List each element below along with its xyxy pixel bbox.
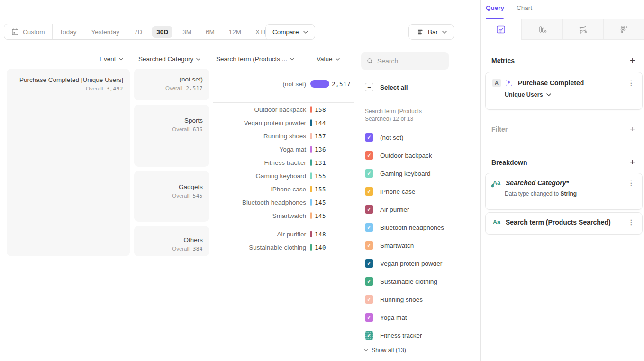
series-checkbox[interactable]: ✓ [365,259,373,268]
legend-item[interactable]: ✓Air purifier [365,200,444,218]
legend-item[interactable]: ✓(not set) [365,128,444,146]
kebab-menu-icon[interactable]: ⋮ [627,218,635,226]
chevron-down-icon [196,58,200,61]
tab-funnels[interactable] [521,19,562,40]
legend-item-label: Outdoor backpack [380,152,432,159]
breakdown-card-searched-category[interactable]: Aa✱ Searched Category* ⋮ Data type chang… [485,173,643,210]
term-row[interactable]: Air purifier148 [213,227,354,241]
series-checkbox[interactable]: ✓ [365,331,373,340]
column-header-search-term[interactable]: Search term (Products ... [216,55,294,63]
series-checkbox[interactable]: ✓ [365,241,373,250]
term-bar[interactable] [310,146,312,153]
term-row[interactable]: Vegan protein powder144 [213,116,354,129]
category-card-others[interactable]: Others Overall384 [134,226,209,256]
select-all-row[interactable]: − Select all [365,83,408,91]
term-group-sports: Outdoor backpack158 Vegan protein powder… [213,103,354,169]
term-bar[interactable] [310,199,312,206]
date-range-today[interactable]: Today [53,24,84,39]
chevron-down-icon [290,58,294,61]
term-value: 137 [315,133,326,140]
date-range-3m[interactable]: 3M [175,24,199,39]
series-checkbox[interactable]: ✓ [365,223,373,232]
tab-flows[interactable] [562,19,603,40]
event-card-overall: Overall3,492 [13,86,123,92]
term-bar[interactable] [310,212,312,219]
term-value: 158 [315,106,326,113]
add-metric-button[interactable]: + [630,56,635,65]
term-bar[interactable] [310,172,312,179]
legend-item[interactable]: ✓Sustainable clothing [365,272,444,290]
date-range-yesterday[interactable]: Yesterday [84,24,127,39]
legend-item[interactable]: ✓iPhone case [365,182,444,200]
metric-card[interactable]: A Purchase Completed ⋮ Unique Users [485,72,643,110]
series-checkbox[interactable]: ✓ [365,205,373,214]
term-row[interactable]: Fitness tracker131 [213,156,354,169]
date-range-segmented-control: Custom Today Yesterday 7D 30D 3M 6M 12M … [4,24,284,40]
term-bar[interactable] [310,231,312,237]
date-range-label: Today [60,28,77,36]
legend-item[interactable]: ✓Yoga mat [365,308,444,326]
date-range-7d[interactable]: 7D [127,24,149,39]
series-checkbox[interactable]: ✓ [365,187,373,196]
term-bar[interactable] [310,244,312,251]
select-all-checkbox[interactable]: − [365,83,373,91]
event-card[interactable]: Purchase Completed [Unique Users] Overal… [7,69,130,256]
tab-chart[interactable]: Chart [517,4,532,11]
series-checkbox[interactable]: ✓ [365,313,373,322]
term-bar[interactable] [310,106,312,113]
column-header-event[interactable]: Event [100,55,123,63]
compare-button[interactable]: Compare [265,24,315,40]
term-bar[interactable] [310,119,312,126]
legend-item[interactable]: ✓Outdoor backpack [365,146,444,164]
term-value: 131 [315,159,326,166]
term-row[interactable]: Smartwatch145 [213,209,354,222]
date-range-30d[interactable]: 30D [149,24,175,39]
chart-type-button[interactable]: Bar [408,24,454,40]
add-breakdown-button[interactable]: + [630,158,635,167]
legend-item[interactable]: ✓Fitness tracker [365,326,444,344]
date-range-6m[interactable]: 6M [199,24,222,39]
category-overall: Overall636 [134,126,203,133]
series-checkbox[interactable]: ✓ [365,151,373,160]
term-row[interactable]: Sustainable clothing140 [213,241,354,254]
date-range-custom[interactable]: Custom [4,24,52,39]
aggregation-selector[interactable]: Unique Users [505,91,635,98]
term-row[interactable]: Yoga mat136 [213,143,354,156]
legend-item[interactable]: ✓Gaming keyboard [365,164,444,182]
term-row[interactable]: Gaming keyboard155 [213,169,354,182]
series-checkbox[interactable]: ✓ [365,169,373,178]
kebab-menu-icon[interactable]: ⋮ [627,79,635,87]
tab-query[interactable]: Query [486,4,504,11]
category-card-sports[interactable]: Sports Overall636 [134,105,209,167]
date-range-12m[interactable]: 12M [222,24,248,39]
term-bar[interactable] [310,80,329,88]
series-checkbox[interactable]: ✓ [365,277,373,286]
legend-item[interactable]: ✓Smartwatch [365,236,444,254]
series-checkbox[interactable]: ✓ [365,133,373,142]
term-row[interactable]: Running shoes137 [213,129,354,143]
term-row[interactable]: iPhone case155 [213,182,354,196]
term-value: 2,517 [332,81,351,88]
term-row[interactable]: Outdoor backpack158 [213,103,354,116]
term-bar[interactable] [310,186,312,192]
custom-property-star-icon: ✱ [491,184,494,188]
term-bar[interactable] [310,133,312,139]
legend-item[interactable]: ✓Vegan protein powder [365,254,444,272]
legend-item[interactable]: ✓Bluetooth headphones [365,218,444,236]
column-header-searched-category[interactable]: Searched Category [138,55,200,63]
legend-item[interactable]: ✓Running shoes [365,290,444,308]
column-header-value[interactable]: Value [317,55,340,63]
show-all-button[interactable]: Show all (13) [364,347,406,353]
term-bar[interactable] [310,159,312,166]
kebab-menu-icon[interactable]: ⋮ [627,179,635,187]
category-card-gadgets[interactable]: Gadgets Overall545 [134,171,209,222]
breakdown-card-search-term[interactable]: Aa Search term (Products Searched) ⋮ [485,212,643,235]
category-card-not-set[interactable]: (not set) Overall2,517 [134,69,209,100]
tab-insights[interactable] [481,19,521,40]
add-filter-button[interactable]: + [630,125,635,134]
series-checkbox[interactable]: ✓ [365,295,373,304]
term-row[interactable]: (not set) 2,517 [213,76,354,92]
search-input[interactable] [377,57,443,65]
tab-retention[interactable] [603,19,644,40]
term-row[interactable]: Bluetooth headphones145 [213,196,354,209]
